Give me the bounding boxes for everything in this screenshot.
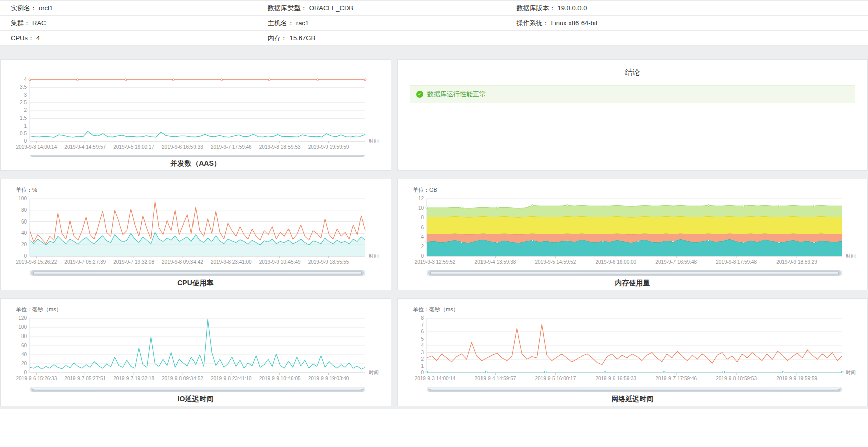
info-label: 操作系统： bbox=[517, 19, 549, 27]
svg-text:2019-9-9 18:59:29: 2019-9-9 18:59:29 bbox=[776, 259, 817, 265]
dashboard-grid: 00.511.522.533.542019-9-3 14:00:142019-9… bbox=[0, 46, 868, 409]
svg-text:80: 80 bbox=[21, 207, 27, 213]
svg-text:100: 100 bbox=[18, 196, 27, 201]
info-cluster: 集群：RAC bbox=[11, 19, 268, 28]
svg-text:2019-9-8 09:34:52: 2019-9-8 09:34:52 bbox=[162, 376, 203, 381]
info-label: 实例名： bbox=[11, 4, 37, 12]
conclusion-title: 结论 bbox=[408, 68, 857, 77]
info-value: ORACLE_CDB bbox=[309, 4, 353, 12]
info-label: 内存： bbox=[268, 34, 287, 42]
svg-text:40: 40 bbox=[21, 352, 27, 357]
svg-text:4: 4 bbox=[421, 343, 424, 348]
svg-text:2019-9-7 17:59:46: 2019-9-7 17:59:46 bbox=[211, 144, 252, 150]
svg-text:2019-9-4 14:59:57: 2019-9-4 14:59:57 bbox=[475, 376, 516, 381]
info-value: 4 bbox=[36, 34, 40, 42]
svg-text:2019-9-9 19:03:40: 2019-9-9 19:03:40 bbox=[308, 376, 349, 381]
svg-text:60: 60 bbox=[21, 219, 27, 225]
data-zoom-thumb[interactable] bbox=[31, 271, 364, 275]
svg-text:2019-9-5 14:59:52: 2019-9-5 14:59:52 bbox=[535, 259, 576, 265]
svg-text:2019-9-6 16:59:33: 2019-9-6 16:59:33 bbox=[595, 376, 636, 381]
status-message: 数据库运行性能正常 bbox=[427, 90, 486, 99]
svg-text:2019-9-6 16:00:00: 2019-9-6 16:00:00 bbox=[595, 259, 636, 265]
svg-text:1.5: 1.5 bbox=[20, 115, 27, 121]
svg-text:3: 3 bbox=[24, 92, 27, 98]
aas-chart[interactable]: 00.511.522.533.542019-9-3 14:00:142019-9… bbox=[8, 76, 383, 153]
svg-text:2019-9-3 14:00:14: 2019-9-3 14:00:14 bbox=[16, 144, 57, 150]
svg-text:2019-9-6 15:26:22: 2019-9-6 15:26:22 bbox=[16, 259, 57, 265]
data-zoom-slider[interactable] bbox=[427, 387, 842, 392]
data-zoom-slider[interactable] bbox=[427, 270, 842, 276]
instance-info-header: 实例名：orcl1 数据库类型：ORACLE_CDB 数据库版本：19.0.0.… bbox=[0, 0, 868, 46]
svg-text:2019-9-7 19:32:08: 2019-9-7 19:32:08 bbox=[113, 259, 154, 265]
info-hostname: 主机名：rac1 bbox=[268, 19, 517, 28]
info-label: 集群： bbox=[11, 19, 30, 27]
data-zoom-thumb[interactable] bbox=[31, 388, 364, 391]
svg-text:2019-9-7 17:59:46: 2019-9-7 17:59:46 bbox=[655, 376, 697, 381]
info-value: rac1 bbox=[296, 19, 309, 27]
data-zoom-thumb[interactable] bbox=[31, 156, 364, 157]
svg-text:2019-9-3 12:59:52: 2019-9-3 12:59:52 bbox=[415, 259, 456, 265]
data-zoom-thumb[interactable] bbox=[428, 388, 841, 391]
svg-text:5: 5 bbox=[421, 336, 424, 342]
io-latency-chart[interactable]: 0204060801001202019-9-6 15:26:332019-9-7… bbox=[8, 314, 383, 385]
svg-text:2019-9-9 19:59:59: 2019-9-9 19:59:59 bbox=[308, 144, 349, 150]
svg-text:6: 6 bbox=[421, 225, 424, 230]
data-zoom-slider[interactable] bbox=[30, 387, 365, 392]
svg-text:7: 7 bbox=[421, 322, 424, 328]
info-row: 实例名：orcl1 数据库类型：ORACLE_CDB 数据库版本：19.0.0.… bbox=[0, 1, 868, 16]
svg-text:2019-9-8 18:59:53: 2019-9-8 18:59:53 bbox=[259, 144, 301, 150]
panel-aas: 00.511.522.533.542019-9-3 14:00:142019-9… bbox=[0, 59, 391, 171]
cpu-usage-chart[interactable]: 0204060801002019-9-6 15:26:222019-9-7 05… bbox=[8, 195, 383, 268]
svg-text:3: 3 bbox=[421, 350, 424, 355]
panel-io-latency: 单位：毫秒（ms） 0204060801001202019-9-6 15:26:… bbox=[0, 298, 391, 406]
svg-text:2019-9-7 16:59:48: 2019-9-7 16:59:48 bbox=[655, 259, 697, 265]
info-label: CPUs： bbox=[11, 34, 34, 42]
data-zoom-slider[interactable] bbox=[30, 270, 365, 276]
svg-text:6: 6 bbox=[421, 329, 424, 334]
info-cpus: CPUs：4 bbox=[11, 34, 268, 43]
svg-text:时间: 时间 bbox=[846, 253, 856, 259]
svg-text:2019-9-9 19:59:59: 2019-9-9 19:59:59 bbox=[776, 376, 817, 381]
panel-cpu-usage: 单位：% 0204060801002019-9-6 15:26:222019-9… bbox=[0, 179, 391, 290]
unit-label: 单位：GB bbox=[413, 186, 860, 194]
info-label: 数据库版本： bbox=[517, 4, 556, 12]
svg-text:2019-9-8 17:59:48: 2019-9-8 17:59:48 bbox=[716, 259, 757, 265]
chart-title: IO延迟时间 bbox=[8, 395, 383, 404]
check-circle-icon: ✓ bbox=[416, 91, 423, 98]
data-zoom-slider[interactable] bbox=[30, 155, 365, 156]
svg-text:40: 40 bbox=[21, 230, 27, 236]
svg-text:0: 0 bbox=[421, 370, 424, 375]
svg-text:2: 2 bbox=[421, 244, 424, 249]
svg-text:时间: 时间 bbox=[369, 253, 379, 259]
chart-svg: 00.511.522.533.542019-9-3 14:00:142019-9… bbox=[8, 76, 383, 151]
network-latency-chart[interactable]: 0123456782019-9-3 14:00:142019-9-4 14:59… bbox=[405, 314, 860, 385]
chart-title: 内存使用量 bbox=[405, 279, 860, 288]
svg-text:1: 1 bbox=[421, 363, 424, 369]
svg-text:0: 0 bbox=[24, 253, 27, 259]
info-value: RAC bbox=[32, 19, 46, 27]
info-row: CPUs：4 内存：15.67GB bbox=[0, 31, 868, 46]
svg-text:0: 0 bbox=[421, 253, 424, 259]
svg-text:2: 2 bbox=[24, 107, 27, 113]
svg-text:时间: 时间 bbox=[369, 370, 379, 375]
unit-label: 单位：毫秒（ms） bbox=[16, 306, 383, 313]
info-row: 集群：RAC 主机名：rac1 操作系统：Linux x86 64-bit bbox=[0, 16, 868, 31]
unit-label: 单位：毫秒（ms） bbox=[413, 306, 860, 313]
chart-title: 网络延迟时间 bbox=[405, 395, 860, 404]
svg-text:2019-9-3 14:00:14: 2019-9-3 14:00:14 bbox=[415, 376, 456, 381]
svg-text:2019-9-7 05:27:39: 2019-9-7 05:27:39 bbox=[64, 259, 106, 265]
svg-text:时间: 时间 bbox=[369, 138, 379, 144]
svg-text:0.5: 0.5 bbox=[20, 131, 27, 136]
info-db-version: 数据库版本：19.0.0.0.0 bbox=[517, 4, 868, 13]
svg-text:2019-9-9 10:45:49: 2019-9-9 10:45:49 bbox=[259, 259, 301, 265]
data-zoom-thumb[interactable] bbox=[428, 271, 841, 275]
svg-text:4: 4 bbox=[24, 77, 27, 82]
svg-text:0: 0 bbox=[24, 370, 27, 375]
svg-text:2019-9-8 18:59:53: 2019-9-8 18:59:53 bbox=[716, 376, 757, 381]
svg-text:100: 100 bbox=[18, 324, 27, 330]
info-os: 操作系统：Linux x86 64-bit bbox=[517, 19, 868, 28]
svg-text:20: 20 bbox=[21, 361, 27, 366]
memory-usage-chart[interactable]: 0246810122019-9-3 12:59:522019-9-4 13:59… bbox=[405, 195, 860, 268]
info-value: 19.0.0.0.0 bbox=[558, 4, 587, 12]
svg-text:2019-9-4 13:59:38: 2019-9-4 13:59:38 bbox=[475, 259, 516, 265]
